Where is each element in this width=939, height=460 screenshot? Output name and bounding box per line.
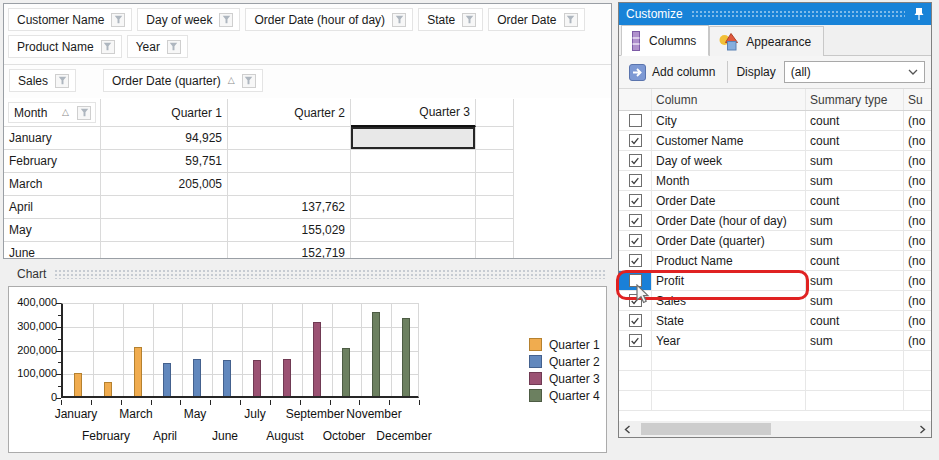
column-name-cell[interactable]: Order Date <box>652 191 806 210</box>
scroll-left-arrow[interactable] <box>619 421 636 437</box>
checkbox-cell[interactable] <box>619 131 652 150</box>
column-row-year[interactable]: Yearsum(no <box>619 331 931 351</box>
extra-cell[interactable]: (no <box>904 251 931 270</box>
checkbox-checked[interactable] <box>629 194 642 207</box>
column-header-quarter-3[interactable]: Quarter 3 <box>351 99 476 127</box>
checkbox-checked[interactable] <box>629 314 642 327</box>
scrollbar-thumb[interactable] <box>641 423 771 435</box>
checkbox-cell[interactable] <box>619 271 652 290</box>
column-name-cell[interactable]: City <box>652 111 806 130</box>
column-row-order-date-quarter-[interactable]: Order Date (quarter)sum(no <box>619 231 931 251</box>
extra-cell[interactable]: (no <box>904 151 931 170</box>
data-cell[interactable]: 205,005 <box>101 173 228 196</box>
data-cell[interactable] <box>351 173 476 196</box>
horizontal-scrollbar[interactable] <box>619 421 931 437</box>
extra-cell[interactable]: (no <box>904 291 931 310</box>
extra-header[interactable]: Su <box>904 89 931 110</box>
pin-icon[interactable] <box>913 7 925 21</box>
column-name-cell[interactable]: Profit <box>652 271 806 290</box>
extra-cell[interactable]: (no <box>904 191 931 210</box>
checkbox-checked[interactable] <box>629 234 642 247</box>
checkbox-cell[interactable] <box>619 331 652 350</box>
row-header-january[interactable]: January <box>4 127 101 150</box>
row-header-february[interactable]: February <box>4 150 101 173</box>
checkbox-checked[interactable] <box>629 154 642 167</box>
extra-cell[interactable]: (no <box>904 131 931 150</box>
data-cell[interactable]: 152,719 <box>228 242 351 259</box>
summary-type-cell[interactable]: count <box>806 111 904 130</box>
extra-cell[interactable]: (no <box>904 311 931 330</box>
row-header-june[interactable]: June <box>4 242 101 259</box>
checkbox-cell[interactable] <box>619 211 652 230</box>
data-cell[interactable]: 94,925 <box>101 127 228 150</box>
column-row-city[interactable]: Citycount(no <box>619 111 931 131</box>
data-cell[interactable] <box>351 219 476 242</box>
data-cell[interactable] <box>101 242 228 259</box>
data-cell[interactable] <box>351 242 476 259</box>
checkbox-cell[interactable] <box>619 231 652 250</box>
data-cell[interactable] <box>101 219 228 242</box>
filter-field-day-of-week[interactable]: Day of week <box>137 8 240 31</box>
filter-field-product-name[interactable]: Product Name <box>8 35 122 58</box>
data-cell[interactable] <box>351 150 476 173</box>
row-field-month[interactable]: Month△ <box>4 99 101 127</box>
data-cell[interactable]: 137,762 <box>228 196 351 219</box>
data-cell[interactable] <box>228 127 351 150</box>
column-name-cell[interactable]: Month <box>652 171 806 190</box>
checkbox-unchecked[interactable] <box>629 114 642 127</box>
column-name-cell[interactable]: Order Date (hour of day) <box>652 211 806 230</box>
column-check-header[interactable] <box>619 89 652 110</box>
summary-type-cell[interactable]: sum <box>806 151 904 170</box>
checkbox-unchecked[interactable] <box>629 274 642 287</box>
filter-field-order-date-hour-of-day-[interactable]: Order Date (hour of day) <box>245 8 413 31</box>
filter-icon[interactable] <box>462 13 476 27</box>
checkbox-cell[interactable] <box>619 311 652 330</box>
column-name-header[interactable]: Column <box>652 89 806 110</box>
checkbox-checked[interactable] <box>629 174 642 187</box>
data-cell[interactable]: 59,751 <box>101 150 228 173</box>
checkbox-cell[interactable] <box>619 111 652 130</box>
filter-icon[interactable] <box>77 106 91 120</box>
summary-type-cell[interactable]: sum <box>806 171 904 190</box>
extra-cell[interactable]: (no <box>904 231 931 250</box>
column-name-cell[interactable]: Year <box>652 331 806 350</box>
data-cell[interactable] <box>351 196 476 219</box>
selected-cell[interactable] <box>351 127 476 150</box>
filter-icon[interactable] <box>111 13 125 27</box>
extra-cell[interactable]: (no <box>904 271 931 290</box>
checkbox-cell[interactable] <box>619 251 652 270</box>
filter-field-order-date[interactable]: Order Date <box>488 8 584 31</box>
summary-type-cell[interactable]: count <box>806 311 904 330</box>
checkbox-checked[interactable] <box>629 134 642 147</box>
filter-icon[interactable] <box>167 40 181 54</box>
filter-icon[interactable] <box>392 13 406 27</box>
filter-icon[interactable] <box>101 40 115 54</box>
column-row-product-name[interactable]: Product Namecount(no <box>619 251 931 271</box>
add-column-button[interactable]: Add column <box>625 60 723 84</box>
filter-field-year[interactable]: Year <box>127 35 188 58</box>
checkbox-checked[interactable] <box>629 294 642 307</box>
data-field-sales[interactable]: Sales <box>9 69 76 92</box>
checkbox-checked[interactable] <box>629 254 642 267</box>
tab-appearance[interactable]: Appearance <box>709 26 824 56</box>
column-name-cell[interactable]: State <box>652 311 806 330</box>
column-header-quarter-2[interactable]: Quarter 2 <box>228 99 351 127</box>
tab-columns[interactable]: Columns <box>621 25 709 56</box>
extra-cell[interactable]: (no <box>904 111 931 130</box>
extra-cell[interactable]: (no <box>904 211 931 230</box>
scroll-right-arrow[interactable] <box>914 421 931 437</box>
column-row-order-date[interactable]: Order Datecount(no <box>619 191 931 211</box>
data-cell[interactable] <box>228 173 351 196</box>
summary-type-cell[interactable]: count <box>806 131 904 150</box>
checkbox-checked[interactable] <box>629 334 642 347</box>
checkbox-checked[interactable] <box>629 214 642 227</box>
summary-type-cell[interactable]: sum <box>806 271 904 290</box>
column-row-profit[interactable]: Profitsum(no <box>619 271 931 291</box>
filter-field-customer-name[interactable]: Customer Name <box>8 8 132 31</box>
column-row-customer-name[interactable]: Customer Namecount(no <box>619 131 931 151</box>
filter-icon[interactable] <box>564 13 578 27</box>
column-row-day-of-week[interactable]: Day of weeksum(no <box>619 151 931 171</box>
filter-icon[interactable] <box>55 74 69 88</box>
filter-icon[interactable] <box>219 13 233 27</box>
checkbox-cell[interactable] <box>619 151 652 170</box>
